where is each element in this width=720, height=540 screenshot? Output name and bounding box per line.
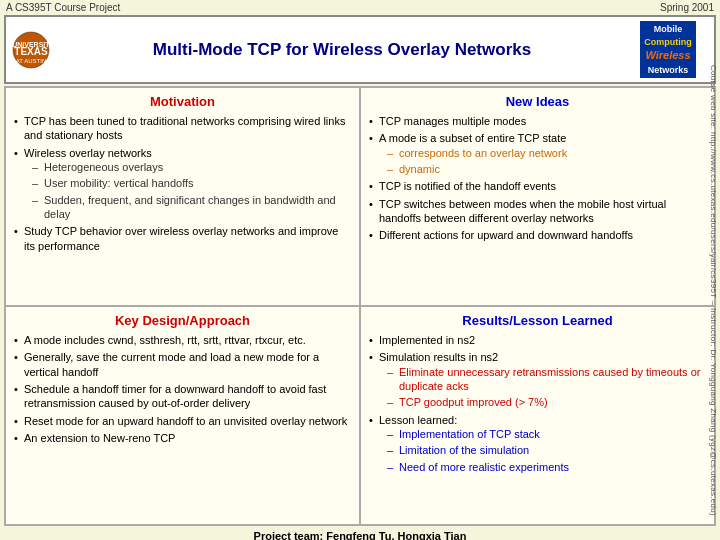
- results-list: Implemented in ns2 Simulation results in…: [369, 333, 706, 474]
- lesson-sub-1: Implementation of TCP stack: [387, 427, 706, 441]
- page-title: Multi-Mode TCP for Wireless Overlay Netw…: [56, 40, 628, 60]
- motivation-item-2: Wireless overlay networks Heterogeneous …: [14, 146, 351, 221]
- mode-sublist: corresponds to an overlay network dynami…: [387, 146, 706, 177]
- wireless-sub-2: User mobility: vertical handoffs: [32, 176, 351, 190]
- ut-logo: THE UNIVERSITY OF TEXAS AT AUSTIN: [12, 31, 50, 69]
- logo-mobile-text: Mobile: [644, 23, 692, 36]
- key-design-item-4: Reset mode for an upward handoff to an u…: [14, 414, 351, 428]
- semester-label: Spring 2001: [660, 2, 714, 13]
- motivation-quadrant: Motivation TCP has been tuned to traditi…: [5, 87, 360, 306]
- svg-text:AT AUSTIN: AT AUSTIN: [16, 58, 46, 64]
- lesson-sub-3: Need of more realistic experiments: [387, 460, 706, 474]
- motivation-list: TCP has been tuned to traditional networ…: [14, 114, 351, 253]
- results-item-3: Lesson learned: Implementation of TCP st…: [369, 413, 706, 474]
- new-ideas-list: TCP manages multiple modes A mode is a s…: [369, 114, 706, 242]
- svg-text:TEXAS: TEXAS: [14, 46, 48, 57]
- key-design-item-1: A mode includes cwnd, ssthresh, rtt, srt…: [14, 333, 351, 347]
- motivation-item-3: Study TCP behavior over wireless overlay…: [14, 224, 351, 253]
- wireless-sublist: Heterogeneous overlays User mobility: ve…: [32, 160, 351, 221]
- lesson-sub-2: Limitation of the simulation: [387, 443, 706, 457]
- results-item-2: Simulation results in ns2 Eliminate unne…: [369, 350, 706, 409]
- results-quadrant: Results/Lesson Learned Implemented in ns…: [360, 306, 715, 525]
- sim-sub-2: TCP goodput improved (> 7%): [387, 395, 706, 409]
- top-bar: A CS395T Course Project Spring 2001: [0, 0, 720, 15]
- logo-wireless-text: Wireless: [644, 48, 692, 63]
- results-title: Results/Lesson Learned: [369, 313, 706, 328]
- key-design-item-2: Generally, save the current mode and loa…: [14, 350, 351, 379]
- header: THE UNIVERSITY OF TEXAS AT AUSTIN Multi-…: [4, 15, 716, 84]
- sidebar-text-area: Course web site: http://www.cs.utexas.ed…: [706, 50, 720, 530]
- mobile-logo: Mobile Computing Wireless Networks: [628, 21, 708, 78]
- key-design-item-5: An extension to New-reno TCP: [14, 431, 351, 445]
- motivation-title: Motivation: [14, 94, 351, 109]
- results-item-1: Implemented in ns2: [369, 333, 706, 347]
- logo-computing-text: Computing: [644, 36, 692, 49]
- new-ideas-quadrant: New Ideas TCP manages multiple modes A m…: [360, 87, 715, 306]
- key-design-quadrant: Key Design/Approach A mode includes cwnd…: [5, 306, 360, 525]
- motivation-item-1: TCP has been tuned to traditional networ…: [14, 114, 351, 143]
- footer-project: Project team: Fengfeng Tu, Hongxia Tian: [2, 530, 718, 540]
- main-grid: Motivation TCP has been tuned to traditi…: [4, 86, 716, 526]
- sim-sublist: Eliminate unnecessary retransmissions ca…: [387, 365, 706, 410]
- new-ideas-item-5: Different actions for upward and downwar…: [369, 228, 706, 242]
- sidebar-label: Course web site: http://www.cs.utexas.ed…: [709, 65, 718, 516]
- course-label: A CS395T Course Project: [6, 2, 120, 13]
- key-design-list: A mode includes cwnd, ssthresh, rtt, srt…: [14, 333, 351, 445]
- logo-area: THE UNIVERSITY OF TEXAS AT AUSTIN: [12, 31, 56, 69]
- new-ideas-item-1: TCP manages multiple modes: [369, 114, 706, 128]
- sim-sub-1: Eliminate unnecessary retransmissions ca…: [387, 365, 706, 394]
- logo-networks-text: Networks: [644, 64, 692, 77]
- new-ideas-title: New Ideas: [369, 94, 706, 109]
- footer: Project team: Fengfeng Tu, Hongxia Tian …: [0, 526, 720, 540]
- wireless-sub-3: Sudden, frequent, and significant change…: [32, 193, 351, 222]
- key-design-item-3: Schedule a handoff timer for a downward …: [14, 382, 351, 411]
- key-design-title: Key Design/Approach: [14, 313, 351, 328]
- new-ideas-item-3: TCP is notified of the handoff events: [369, 179, 706, 193]
- mode-sub-2: dynamic: [387, 162, 706, 176]
- new-ideas-item-2: A mode is a subset of entire TCP state c…: [369, 131, 706, 176]
- wireless-sub-1: Heterogeneous overlays: [32, 160, 351, 174]
- new-ideas-item-4: TCP switches between modes when the mobi…: [369, 197, 706, 226]
- mode-sub-1: corresponds to an overlay network: [387, 146, 706, 160]
- lesson-sublist: Implementation of TCP stack Limitation o…: [387, 427, 706, 474]
